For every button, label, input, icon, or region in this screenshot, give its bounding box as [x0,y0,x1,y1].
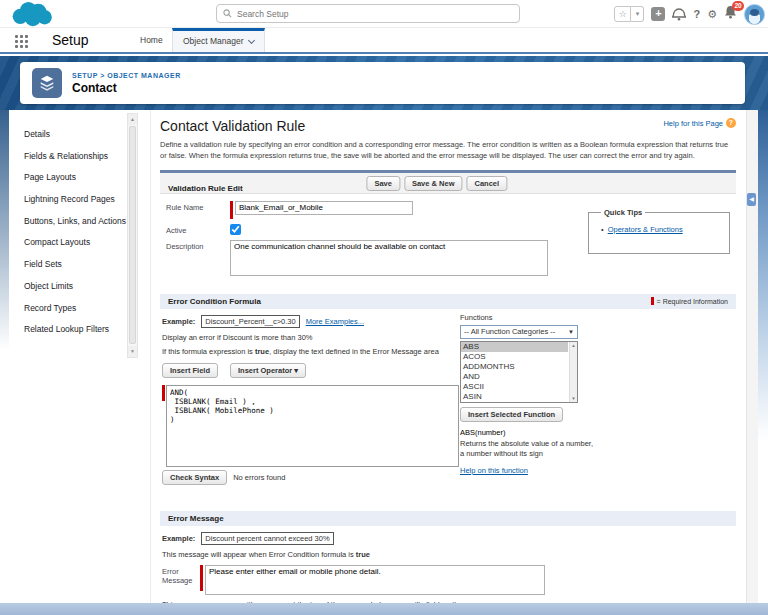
error-message-section-header: Error Message [160,511,736,526]
setup-nav-bar: Setup Home Object Manager [0,28,768,54]
more-examples-link[interactable]: More Examples... [306,317,364,326]
global-search[interactable] [216,4,520,23]
function-option[interactable]: ASCII [461,382,568,392]
intro-text: Define a validation rule by specifying a… [160,140,736,162]
sidebar-scrollbar[interactable]: ▲ ▼ [127,113,138,358]
help-on-function-link[interactable]: Help on this function [460,466,528,475]
quick-tips-box: Quick Tips Operators & Functions [588,208,730,254]
scroll-down-arrow-icon[interactable]: ▼ [570,396,577,401]
favorites-star-button[interactable]: ☆ [614,6,631,22]
validation-rule-edit-section: Validation Rule Edit Save Save & New Can… [160,170,736,286]
page-title: Contact [72,81,181,95]
quick-tips-title: Quick Tips [601,208,645,217]
select-arrow-icon: ▼ [568,329,574,335]
tab-object-manager-label: Object Manager [183,31,243,52]
example-label: Example: [162,534,195,543]
right-background-gradient [758,110,768,440]
guidance-center-icon[interactable] [672,8,686,21]
error-condition-body: Example: Discount_Percent__c>0.30 More E… [160,309,736,485]
insert-field-button[interactable]: Insert Field [162,363,218,378]
listbox-scrollbar[interactable]: ▲▼ [569,342,577,402]
validation-rule-content: Contact Validation Rule Help for this Pa… [150,110,746,603]
example-formula-box: Discount_Percent__c>0.30 [201,315,299,328]
rule-name-input[interactable] [235,201,413,215]
functions-panel: Functions -- All Function Categories -- … [460,313,595,477]
search-input[interactable] [237,9,513,19]
scroll-down-arrow-icon[interactable]: ▼ [128,346,137,357]
function-option[interactable]: ASIN [461,392,568,402]
quick-create-icon[interactable]: + [651,7,665,21]
required-bar [162,385,165,401]
breadcrumb[interactable]: SETUP > OBJECT MANAGER [72,72,181,79]
help-circle-icon: ? [726,118,736,128]
user-avatar[interactable] [744,4,765,25]
operators-functions-link[interactable]: Operators & Functions [608,225,683,234]
discount-hint-text: Display an error if Discount is more tha… [162,333,734,342]
salesforce-logo [8,1,56,28]
dropdown-arrow-icon: ▾ [294,366,298,375]
tab-object-manager[interactable]: Object Manager [172,28,265,52]
function-signature: ABS(number) [460,428,595,437]
global-header: ☆ ▾ + ? ⚙ 20 [0,0,768,28]
function-description: Returns the absolute value of a number, … [460,439,595,459]
active-checkbox[interactable] [230,224,241,235]
save-button[interactable]: Save [366,176,400,191]
favorites-dropdown-button[interactable]: ▾ [631,6,644,22]
required-information-legend: = Required Information [651,297,728,305]
rule-name-label: Rule Name [166,201,230,212]
app-name-label: Setup [52,32,89,48]
function-option[interactable]: ADDMONTHS [461,362,568,372]
error-condition-section-header: Error Condition Formula = Required Infor… [160,294,736,309]
notifications-bell[interactable]: 20 [724,5,737,23]
object-manager-sidebar: DetailsFields & RelationshipsPage Layout… [0,110,150,603]
help-link-label: Help for this Page [663,119,723,128]
description-textarea[interactable]: One communication channel should be avai… [230,240,548,276]
required-bar [200,565,203,591]
error-condition-title: Error Condition Formula [168,297,261,306]
formula-expression-hint: If this formula expression is true, disp… [162,347,734,356]
page-header-band: SETUP > OBJECT MANAGER Contact [0,56,768,110]
insert-operator-button[interactable]: Insert Operator ▾ [230,363,306,378]
message-appear-hint: This message will appear when Error Cond… [162,550,734,559]
function-option[interactable]: ACOS [461,352,568,362]
insert-selected-function-button[interactable]: Insert Selected Function [460,407,563,422]
active-label: Active [166,224,230,235]
function-option[interactable]: ABS [461,342,568,352]
description-label: Description [166,240,230,251]
main-title: Contact Validation Rule [160,118,305,134]
error-message-label: Error Message [162,565,200,585]
search-icon [223,9,232,18]
page-header-card: SETUP > OBJECT MANAGER Contact [20,62,745,104]
function-category-select[interactable]: -- All Function Categories -- ▼ [460,325,578,339]
setup-gear-icon[interactable]: ⚙ [707,8,717,21]
object-layers-icon [32,68,62,98]
example-message-box: Discount percent cannot exceed 30% [201,532,333,545]
bottom-bar [0,603,768,615]
function-option[interactable]: AND [461,372,568,382]
edit-section-title: Validation Rule Edit [168,184,243,193]
app-launcher-icon[interactable] [15,35,28,48]
help-for-this-page-link[interactable]: Help for this Page ? [663,118,736,128]
help-icon[interactable]: ? [693,8,700,20]
check-syntax-button[interactable]: Check Syntax [162,470,227,485]
scroll-up-arrow-icon[interactable]: ▲ [128,114,137,125]
example-label: Example: [162,317,195,326]
functions-label: Functions [460,313,595,322]
function-category-value: -- All Function Categories -- [464,327,555,336]
scroll-left-arrow-button[interactable]: ◀ [747,193,756,206]
chevron-down-icon [248,36,255,43]
cancel-button[interactable]: Cancel [466,176,507,191]
syntax-result-text: No errors found [233,473,285,482]
tab-home[interactable]: Home [130,28,173,52]
content-scrollbar-track[interactable] [746,110,758,603]
error-message-title: Error Message [168,514,224,523]
required-bar [230,201,233,219]
functions-listbox[interactable]: ABSACOSADDMONTHSANDASCIIASIN ▲▼ [460,341,578,403]
scroll-up-arrow-icon[interactable]: ▲ [570,343,577,348]
formula-textarea[interactable]: AND( ISBLANK( Email ) , ISBLANK( MobileP… [166,385,459,467]
sidebar-scrollbar-thumb[interactable] [129,126,136,344]
error-message-body: Example: Discount percent cannot exceed … [160,526,736,603]
save-and-new-button[interactable]: Save & New [404,176,463,191]
error-message-textarea[interactable]: Please enter either email or mobile phon… [205,565,545,595]
required-bar-icon [651,297,654,305]
